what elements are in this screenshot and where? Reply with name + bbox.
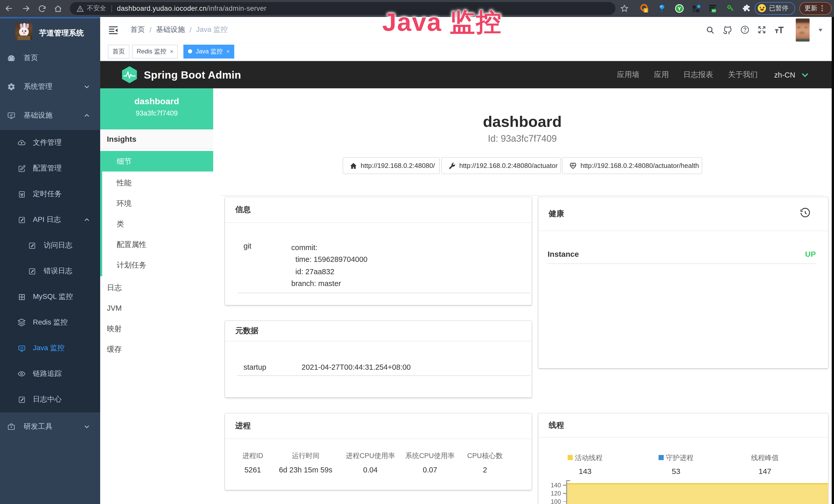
- svg-text:on: on: [712, 9, 716, 12]
- svg-text:1: 1: [645, 8, 647, 13]
